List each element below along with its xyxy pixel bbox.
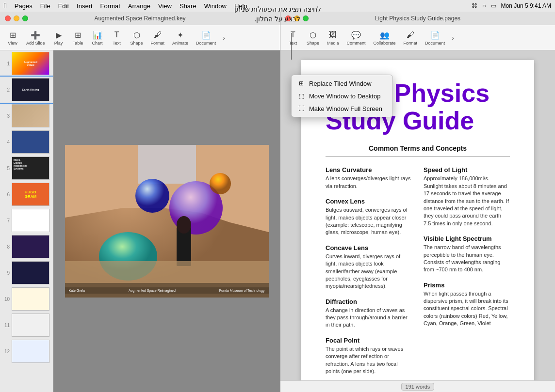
slide-preview-3 [12,104,49,127]
keynote-canvas[interactable]: Kate Grela Augmented Space Reimagined Fu… [53,50,280,392]
pages-toolbar-collaborate[interactable]: 👥 Collaborate [371,29,399,47]
pages-toolbar-comment[interactable]: 💬 Comment [344,29,369,47]
term-speed-of-light-body: Approximately 186,000mi/s. Sunlight take… [424,175,510,227]
slide-preview-1: Augmented Virtual [12,52,49,75]
view-icon: ⊞ [7,30,18,40]
toolbar-more[interactable]: › [221,34,227,42]
slide-thumb-9[interactable]: 9 [0,260,53,286]
tooltip-pointer-line [291,33,292,60]
slide-thumb-10[interactable]: 10 [0,286,53,312]
toolbar-chart[interactable]: 📊 Chart [89,29,106,47]
pages-toolbar-format[interactable]: 🖌 Format [401,29,421,47]
fullscreen-button[interactable] [22,16,28,21]
svg-rect-2 [138,145,196,184]
term-prisms-body: When light passes through a dispersive p… [424,290,510,328]
toolbar-format[interactable]: 🖌 Format [148,29,168,47]
term-convex-lens-title: Convex Lens [326,198,412,205]
slide-thumb-12[interactable]: 12 [0,338,53,364]
replace-tiled-icon: ⊞ [297,79,305,87]
ctx-fullscreen[interactable]: ⛶ Make Window Full Screen [292,102,392,115]
format-icon: 🖌 [152,30,163,40]
slide-panel: 1 Augmented Virtual 2 Earth Rising 3 [0,50,53,392]
add-slide-icon: ➕ [30,30,41,40]
play-icon: ▶ [53,30,64,40]
term-diffraction-title: Diffraction [326,298,412,305]
toolbar-add-slide[interactable]: ➕ Add Slide [23,29,48,47]
term-prisms-title: Prisms [424,282,510,289]
datetime-display: Mon Jun 5 9:41 AM [501,2,551,9]
pages-toolbar-text[interactable]: T Text [284,29,302,47]
menubar-insert[interactable]: Insert [77,2,93,10]
pages-statusbar: 191 words [280,380,555,392]
pages-toolbar-document[interactable]: 📄 Document [422,29,448,47]
slide-svg [65,145,269,298]
menubar-file[interactable]: File [40,2,50,10]
pages-toolbar: T Text ⬡ Shape 🖼 Media 💬 Comment 👥 Colla… [280,25,555,50]
ctx-replace-tiled[interactable]: ⊞ Replace Tiled Window [292,77,392,90]
slide-preview-11 [12,314,49,337]
svg-point-8 [177,216,191,234]
slide-preview-4 [12,130,49,154]
keynote-window: Augmented Space Reimagined.key ⊞ View ➕ … [0,12,280,392]
close-button[interactable] [5,16,11,21]
animate-icon: ✦ [175,30,186,40]
slide-image: Kate Grela Augmented Space Reimagined Fu… [65,145,269,298]
term-speed-of-light-title: Speed of Light [424,166,510,173]
term-visible-spectrum-title: Visible Light Spectrum [424,235,510,242]
toolbar-shape[interactable]: ⬡ Shape [128,29,146,47]
keynote-toolbar: ⊞ View ➕ Add Slide ▶ Play ⊞ Table 📊 Char… [0,25,280,50]
slide-preview-10 [12,287,49,311]
pages-toolbar-media[interactable]: 🖼 Media [324,29,342,47]
slide-thumb-4[interactable]: 4 [0,129,53,155]
pages-document-icon: 📄 [430,30,441,40]
tooltip-line1: לחיצה תציג את הפעולות שניתן [136,5,419,15]
terms-column-left: Lens Curvature A lens converges/diverges… [326,166,412,375]
slide-thumb-1[interactable]: 1 Augmented Virtual [0,50,53,77]
pages-shape-icon: ⬡ [308,30,318,40]
term-focal-point-body: The point at which rays or waves converg… [326,345,412,376]
slide-preview-5: Micro-Electro-MechanicalSystems [12,157,49,180]
minimize-button[interactable] [14,16,19,21]
chart-icon: 📊 [92,30,103,40]
terms-column-right: Speed of Light Approximately 186,000mi/s… [424,166,510,375]
menubar-pages[interactable]: Pages [15,2,33,10]
svg-point-4 [135,179,169,213]
slide-preview-9 [12,261,49,284]
slide-thumb-6[interactable]: 6 HUGOGRAM [0,181,53,207]
context-menu: ⊞ Replace Tiled Window ⬚ Move Window to … [291,75,393,117]
slide-thumb-7[interactable]: 7 [0,207,53,234]
search-icon[interactable]: ○ [482,2,486,9]
fullscreen-icon: ⛶ [297,105,305,112]
ctx-move-desktop[interactable]: ⬚ Move Window to Desktop [292,90,392,102]
toolbar-text[interactable]: T Text [108,29,126,47]
pages-collaborate-icon: 👥 [379,30,390,40]
menubar-format[interactable]: Format [100,2,120,10]
battery-icon: ▭ [491,2,496,9]
table-icon: ⊞ [73,30,83,40]
toolbar-play[interactable]: ▶ Play [50,29,67,47]
wifi-icon: ⌘ [472,2,477,9]
pages-comment-icon: 💬 [351,30,361,40]
term-focal-point-title: Focal Point [326,337,412,344]
apple-menu[interactable]:  [4,1,7,10]
word-count-badge[interactable]: 191 words [401,383,435,391]
slide-thumb-2[interactable]: 2 Earth Rising [0,77,53,103]
document-columns: Lens Curvature A lens converges/diverges… [326,166,510,375]
toolbar-table[interactable]: ⊞ Table [69,29,87,47]
slide-thumb-5[interactable]: 5 Micro-Electro-MechanicalSystems [0,155,53,181]
menubar-edit[interactable]: Edit [58,2,69,10]
toolbar-document[interactable]: 📄 Document [193,29,219,47]
toolbar-animate[interactable]: ✦ Animate [169,29,191,47]
toolbar-view[interactable]: ⊞ View [4,29,21,47]
pages-toolbar-shape[interactable]: ⬡ Shape [304,29,322,47]
term-concave-lens-body: Curves inward, diverges rays of light, m… [326,253,412,290]
term-lens-curvature-title: Lens Curvature [326,166,412,173]
slide-thumb-11[interactable]: 11 [0,312,53,338]
slide-thumb-8[interactable]: 8 [0,234,53,260]
slide-thumb-3[interactable]: 3 [0,103,53,129]
document-icon: 📄 [201,30,212,40]
slide-preview-12 [12,340,49,363]
slide-preview-8 [12,235,49,258]
move-desktop-icon: ⬚ [297,92,305,100]
pages-toolbar-more[interactable]: › [450,34,456,42]
